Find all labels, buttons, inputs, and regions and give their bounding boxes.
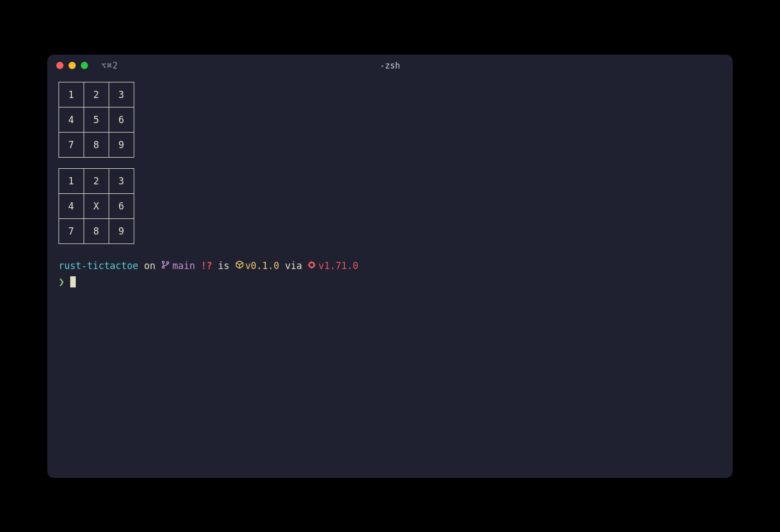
board-cell: 4	[58, 107, 84, 133]
svg-point-1	[162, 266, 164, 268]
board-cell: 8	[84, 218, 109, 244]
git-branch-icon	[161, 258, 170, 273]
svg-point-4	[310, 263, 314, 266]
terminal-window: ⌥⌘2 -zsh 1 2 3 4 5 6 7 8 9	[47, 55, 733, 478]
board-cell: 2	[84, 168, 109, 194]
titlebar-shortcut: ⌥⌘2	[101, 61, 118, 71]
board-cell: 2	[84, 82, 109, 108]
prompt-line-2: ❯	[58, 274, 722, 290]
maximize-button[interactable]	[81, 62, 88, 69]
window-title: -zsh	[380, 61, 400, 71]
board-cell: 8	[84, 132, 109, 158]
board-cell: 9	[109, 132, 134, 158]
prompt-git-status: !?	[195, 258, 212, 273]
board-row: 4 5 6	[58, 108, 134, 133]
prompt-is-text: is	[212, 258, 235, 273]
prompt-line-1: rust-tictactoe on main !? is	[58, 258, 722, 273]
tictactoe-board-1: 1 2 3 4 5 6 7 8 9	[58, 82, 134, 158]
terminal-content[interactable]: 1 2 3 4 5 6 7 8 9 1 2 3	[47, 77, 733, 478]
board-row: 7 8 9	[58, 219, 134, 244]
prompt-via-text: via	[279, 258, 308, 273]
board-cell: 6	[109, 193, 134, 219]
svg-point-0	[162, 261, 164, 263]
prompt-rust-version: v1.71.0	[318, 258, 358, 273]
tictactoe-board-2: 1 2 3 4 X 6 7 8 9	[58, 169, 134, 244]
board-row: 7 8 9	[58, 133, 134, 158]
rust-icon	[308, 258, 316, 273]
terminal-cursor[interactable]	[70, 276, 76, 287]
prompt-arrow: ❯	[58, 274, 65, 290]
board-cell: 7	[58, 132, 84, 158]
window-titlebar: ⌥⌘2 -zsh	[47, 55, 733, 77]
prompt-on-text: on	[138, 258, 161, 273]
close-button[interactable]	[56, 62, 64, 69]
prompt-git-branch: main	[172, 258, 195, 273]
board-row: 1 2 3	[58, 82, 134, 108]
minimize-button[interactable]	[69, 62, 76, 69]
package-icon	[235, 258, 244, 273]
prompt-directory: rust-tictactoe	[58, 258, 138, 273]
board-cell: 3	[109, 168, 134, 194]
traffic-lights	[56, 62, 88, 69]
svg-point-2	[167, 261, 169, 263]
prompt-package-version: v0.1.0	[245, 258, 279, 273]
board-cell: 5	[84, 107, 109, 133]
board-cell: X	[84, 193, 109, 219]
board-cell: 6	[109, 107, 134, 133]
board-row: 1 2 3	[58, 169, 134, 194]
board-cell: 4	[58, 193, 84, 219]
board-cell: 3	[109, 82, 134, 108]
board-cell: 1	[58, 82, 84, 108]
board-cell: 1	[58, 168, 84, 194]
board-cell: 9	[109, 218, 134, 244]
board-row: 4 X 6	[58, 194, 134, 219]
board-cell: 7	[58, 218, 84, 244]
